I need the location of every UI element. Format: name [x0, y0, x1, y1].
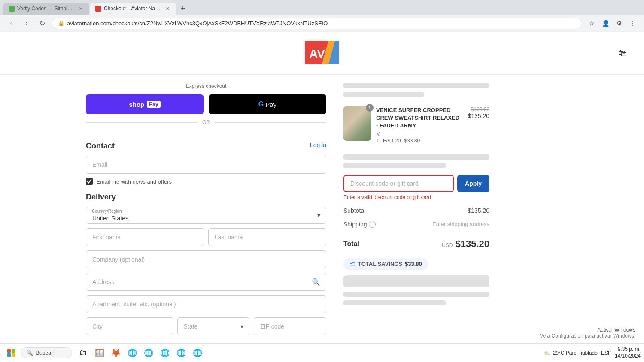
shop-pay-label: shop	[129, 101, 144, 108]
reload-button[interactable]: ↻	[36, 17, 48, 29]
product-item: 1 VENICE SURFER CROPPED CREW SWEATSHIRT …	[343, 100, 489, 150]
city-wrapper	[86, 317, 173, 335]
tab-favicon-2	[95, 6, 101, 12]
skeleton-3	[343, 154, 489, 160]
discount-area: Apply Enter a valid discount code or gif…	[343, 175, 489, 200]
or-divider: OR	[86, 119, 326, 125]
order-summary: 1 VENICE SURFER CROPPED CREW SWEATSHIRT …	[343, 83, 489, 340]
gpay-g-letter: G	[258, 100, 264, 108]
or-text: OR	[202, 119, 210, 125]
taskbar-app-chrome1[interactable]: 🌐	[125, 346, 140, 349]
country-select-wrapper: Country/Region United States Canada Unit…	[86, 207, 326, 224]
browser-tab-1[interactable]: Verify Codes — SimplyCodes ✕	[3, 3, 89, 15]
taskbar: 🔍 Buscar 🗂 🪟 🦊 🌐 🌐 🌐 🌐 🌐 ⛅ 29°C Parc. nu…	[0, 343, 644, 348]
login-link[interactable]: Log in	[310, 142, 326, 148]
back-button[interactable]: ‹	[5, 17, 17, 29]
express-checkout: Express checkout shop Pay G Pay OR	[86, 83, 326, 125]
address-field[interactable]	[86, 273, 326, 291]
or-line-right	[214, 122, 326, 123]
newsletter-checkbox[interactable]	[86, 178, 93, 185]
skeleton-7	[343, 300, 446, 305]
zip-wrapper	[254, 317, 326, 335]
address-bar[interactable]: 🔒 aviatornation.com/checkouts/cn/Z2NwLXV…	[52, 18, 582, 29]
checkout-form: Express checkout shop Pay G Pay OR Conta…	[86, 83, 326, 340]
tab-title-1: Verify Codes — SimplyCodes	[17, 6, 75, 12]
state-select-wrapper: State Alabama Alaska California New York…	[177, 317, 250, 335]
apply-button[interactable]: Apply	[457, 175, 489, 192]
apt-field[interactable]	[86, 295, 326, 313]
shipping-label-wrap: Shipping i	[343, 221, 376, 228]
url-text: aviatornation.com/checkouts/cn/Z2NwLXVzL…	[67, 20, 328, 27]
discount-input[interactable]	[343, 175, 454, 192]
total-amount-wrap: USD $135.20	[442, 238, 489, 250]
activate-line1: Activar Windows	[540, 327, 635, 333]
discount-row: Apply	[343, 175, 489, 192]
address-row: 🔍	[86, 273, 326, 291]
bookmark-icon[interactable]: ☆	[586, 17, 598, 29]
taskbar-app-firefox[interactable]: 🦊	[108, 346, 124, 349]
country-select[interactable]: United States Canada United Kingdom	[86, 207, 326, 224]
tab-close-2[interactable]: ✕	[164, 5, 171, 12]
total-row: Total USD $135.20	[343, 233, 489, 255]
state-select[interactable]: State Alabama Alaska California New York…	[177, 317, 250, 335]
menu-icon[interactable]: ⋮	[627, 17, 639, 29]
toolbar-icons: ☆ 👤 ⚙ ⋮	[586, 17, 639, 29]
savings-amount: $33.80	[405, 261, 422, 267]
browser-tab-2[interactable]: Checkout – Aviator Nation ✕	[90, 3, 176, 15]
extensions-icon[interactable]: ⚙	[613, 17, 625, 29]
new-tab-button[interactable]: +	[177, 3, 189, 15]
subtotal-label: Subtotal	[343, 207, 365, 214]
shipping-note: Enter shipping address	[432, 221, 489, 228]
shipping-row: Shipping i Enter shipping address	[343, 217, 489, 231]
contact-header: Contact Log in	[86, 134, 326, 156]
discount-code: FALL20	[383, 138, 401, 144]
taskbar-app-chrome5[interactable]: 🌐	[190, 346, 205, 349]
address-input-wrapper: 🔍	[86, 273, 326, 291]
taskbar-app-explorer[interactable]: 🗂	[76, 346, 91, 349]
subtotal-value: $135.20	[468, 207, 489, 214]
company-field[interactable]	[86, 250, 326, 268]
gpay-label: Pay	[265, 101, 276, 108]
subtotal-row: Subtotal $135.20	[343, 204, 489, 217]
browser-toolbar: ‹ › ↻ 🔒 aviatornation.com/checkouts/cn/Z…	[0, 15, 644, 32]
total-amount: $135.20	[455, 238, 489, 250]
tab-close-1[interactable]: ✕	[77, 5, 84, 12]
product-variant: M	[376, 131, 462, 137]
tab-favicon-1	[9, 6, 15, 12]
taskbar-search[interactable]: 🔍 Buscar	[21, 347, 72, 348]
browser-tabs: Verify Codes — SimplyCodes ✕ Checkout – …	[0, 0, 644, 15]
gpay-button[interactable]: G Pay	[209, 94, 326, 114]
forward-button[interactable]: ›	[21, 17, 33, 29]
zip-field[interactable]	[254, 317, 326, 335]
city-field[interactable]	[86, 317, 173, 335]
taskbar-tray: ⛅ 29°C Parc. nublado ESP 9:35 p. m. 14/1…	[544, 346, 641, 348]
discount-amount: -$33.80	[402, 138, 420, 144]
cart-icon[interactable]: 🛍	[618, 48, 627, 58]
newsletter-label: Email me with news and offers	[96, 178, 172, 185]
shop-pay-button[interactable]: shop Pay	[86, 94, 204, 114]
taskbar-apps: 🗂 🪟 🦊 🌐 🌐 🌐 🌐 🌐	[76, 346, 205, 349]
total-currency: USD	[442, 242, 453, 248]
email-row	[86, 156, 326, 174]
taskbar-app-chrome2[interactable]: 🌐	[141, 346, 156, 349]
taskbar-app-store[interactable]: 🪟	[92, 346, 107, 349]
product-image	[343, 106, 371, 141]
start-button[interactable]	[3, 346, 19, 349]
first-name-field[interactable]	[86, 228, 204, 246]
product-image-wrapper: 1	[343, 106, 371, 141]
country-row: Country/Region United States Canada Unit…	[86, 207, 326, 224]
tab-title-2: Checkout – Aviator Nation	[104, 6, 161, 12]
skeleton-1	[343, 83, 489, 88]
taskbar-app-chrome4[interactable]: 🌐	[173, 346, 189, 349]
price-current: $135.20	[468, 112, 489, 119]
email-field[interactable]	[86, 156, 326, 174]
product-image-placeholder	[343, 106, 371, 141]
savings-tag-icon: 🏷	[349, 261, 355, 268]
shipping-info-icon[interactable]: i	[369, 221, 376, 228]
time-display: 9:35 p. m.	[615, 346, 641, 348]
activate-banner: Activar Windows Ve a Configuración para …	[540, 327, 635, 339]
profile-icon[interactable]: 👤	[599, 17, 611, 29]
product-prices: $169.00 $135.20	[468, 106, 489, 119]
last-name-field[interactable]	[208, 228, 326, 246]
taskbar-app-chrome3[interactable]: 🌐	[157, 346, 173, 349]
